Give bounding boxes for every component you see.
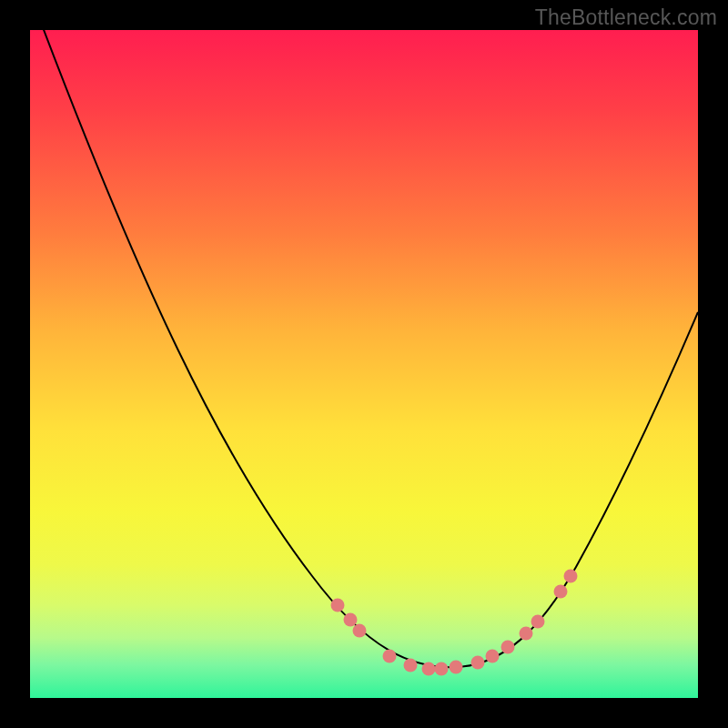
curve-marker: [501, 641, 515, 654]
curve-markers: [331, 570, 578, 676]
plot-area: [30, 30, 698, 698]
curve-marker: [520, 627, 533, 641]
bottleneck-curve: [30, 30, 698, 667]
chart-svg: [30, 30, 698, 698]
watermark-text: TheBottleneck.com: [535, 5, 717, 30]
curve-marker: [344, 613, 358, 627]
curve-marker: [531, 615, 545, 629]
curve-marker: [435, 662, 449, 676]
curve-marker: [564, 570, 578, 583]
curve-marker: [422, 662, 436, 676]
curve-marker: [404, 659, 418, 672]
curve-marker: [450, 661, 463, 674]
curve-marker: [383, 650, 397, 663]
chart-frame: TheBottleneck.com: [0, 0, 728, 728]
curve-marker: [554, 585, 568, 599]
curve-marker: [353, 624, 367, 638]
curve-marker: [486, 650, 500, 663]
curve-marker: [471, 656, 485, 670]
curve-marker: [331, 599, 345, 612]
